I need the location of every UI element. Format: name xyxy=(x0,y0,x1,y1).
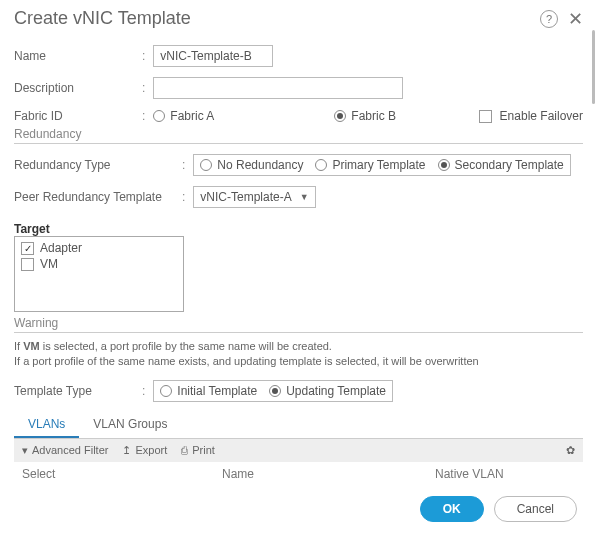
target-vm-item[interactable]: VM xyxy=(21,257,177,271)
fabric-id-label: Fabric ID xyxy=(14,109,142,123)
name-input[interactable] xyxy=(153,45,273,67)
radio-icon xyxy=(269,385,281,397)
fabric-b-label: Fabric B xyxy=(351,109,396,123)
advanced-filter-button[interactable]: ▾ Advanced Filter xyxy=(22,444,108,457)
target-adapter-item[interactable]: Adapter xyxy=(21,241,177,255)
tab-vlan-groups[interactable]: VLAN Groups xyxy=(79,412,181,438)
tab-vlans[interactable]: VLANs xyxy=(14,412,79,438)
target-label: Target xyxy=(14,222,583,236)
peer-template-select[interactable]: vNIC-Template-A ▼ xyxy=(193,186,315,208)
radio-icon xyxy=(334,110,346,122)
fabric-b-option[interactable]: Fabric B xyxy=(334,109,396,123)
template-type-group: Initial Template Updating Template xyxy=(153,380,393,402)
help-icon[interactable]: ? xyxy=(540,10,558,28)
print-icon: ⎙ xyxy=(181,444,188,456)
redundancy-type-group: No Redundancy Primary Template Secondary… xyxy=(193,154,570,176)
export-icon: ↥ xyxy=(122,444,131,457)
name-label: Name xyxy=(14,49,142,63)
warning-text: If VM is selected, a port profile by the… xyxy=(14,339,583,370)
redundancy-section-label: Redundancy xyxy=(14,127,583,141)
chevron-down-icon: ▼ xyxy=(300,192,309,202)
cancel-button[interactable]: Cancel xyxy=(494,496,577,522)
peer-template-label: Peer Redundancy Template xyxy=(14,190,182,204)
print-button[interactable]: ⎙ Print xyxy=(181,444,215,456)
description-input[interactable] xyxy=(153,77,403,99)
enable-failover-label: Enable Failover xyxy=(500,109,583,123)
radio-icon xyxy=(160,385,172,397)
dialog-title: Create vNIC Template xyxy=(14,8,191,29)
description-label: Description xyxy=(14,81,142,95)
radio-icon xyxy=(200,159,212,171)
redundancy-primary-option[interactable]: Primary Template xyxy=(315,158,425,172)
initial-template-option[interactable]: Initial Template xyxy=(160,384,257,398)
checkbox-icon xyxy=(21,242,34,255)
radio-icon xyxy=(315,159,327,171)
col-header-name: Name xyxy=(222,467,435,481)
col-header-select: Select xyxy=(22,467,222,481)
updating-template-option[interactable]: Updating Template xyxy=(269,384,386,398)
redundancy-none-option[interactable]: No Redundancy xyxy=(200,158,303,172)
export-button[interactable]: ↥ Export xyxy=(122,444,167,457)
radio-icon xyxy=(153,110,165,122)
gear-icon[interactable]: ✿ xyxy=(566,444,575,457)
close-icon[interactable]: ✕ xyxy=(568,10,583,28)
ok-button[interactable]: OK xyxy=(420,496,484,522)
col-header-native: Native VLAN xyxy=(435,467,575,481)
radio-icon xyxy=(438,159,450,171)
template-type-label: Template Type xyxy=(14,384,142,398)
target-listbox: Adapter VM xyxy=(14,236,184,312)
redundancy-secondary-option[interactable]: Secondary Template xyxy=(438,158,564,172)
checkbox-icon xyxy=(479,110,492,123)
fabric-a-label: Fabric A xyxy=(170,109,214,123)
checkbox-icon xyxy=(21,258,34,271)
redundancy-type-label: Redundancy Type xyxy=(14,158,182,172)
filter-icon: ▾ xyxy=(22,444,28,457)
dialog-scrollbar[interactable] xyxy=(592,30,595,104)
peer-template-value: vNIC-Template-A xyxy=(200,190,291,204)
enable-failover-option[interactable]: Enable Failover xyxy=(479,109,583,123)
warning-label: Warning xyxy=(14,316,583,330)
fabric-a-option[interactable]: Fabric A xyxy=(153,109,214,123)
